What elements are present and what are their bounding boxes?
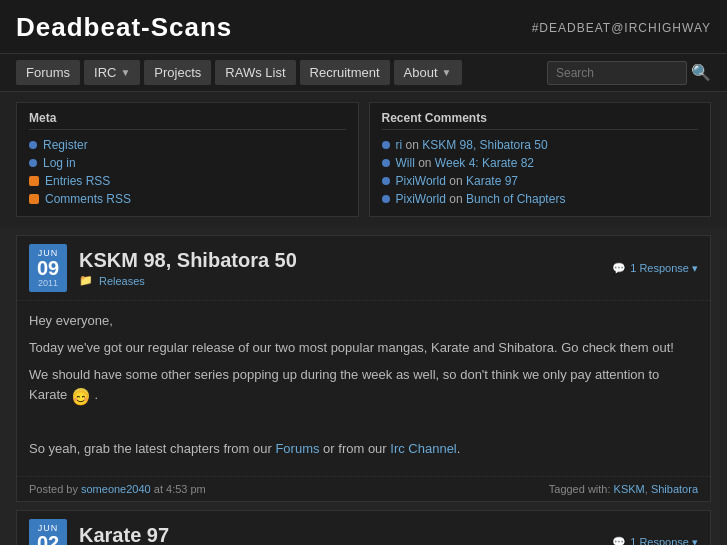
post-1-year: 2011	[35, 278, 61, 288]
nav-raws-list[interactable]: RAWs List	[215, 60, 295, 85]
search-icon[interactable]: 🔍	[691, 63, 711, 82]
register-link[interactable]: Register	[43, 138, 88, 152]
entries-rss-icon	[29, 176, 39, 186]
about-arrow: ▼	[442, 67, 452, 78]
meta-widget-title: Meta	[29, 111, 346, 130]
comments-rss-icon	[29, 194, 39, 204]
post-2-date: Jun 02 2011	[29, 519, 67, 545]
irc-info: #DEADBEAT@IRCHIGHWAY	[532, 21, 711, 35]
widget-login: Log in	[29, 154, 346, 172]
post-1: Jun 09 2011 KSKM 98, Shibatora 50 📁 Rele…	[16, 235, 711, 502]
recent-comment-1: ri on KSKM 98, Shibatora 50	[382, 136, 699, 154]
widget-register: Register	[29, 136, 346, 154]
comment4-link[interactable]: Bunch of Chapters	[466, 192, 565, 206]
post-1-tags: Tagged with: KSKM, Shibatora	[549, 483, 698, 495]
post-1-response-link[interactable]: 1 Response ▾	[630, 262, 698, 275]
post-1-author-info: Posted by someone2040 at 4:53 pm	[29, 483, 206, 495]
recent-comment-3: PixiWorld on Karate 97	[382, 172, 699, 190]
post-2-chat-icon: 💬	[612, 536, 626, 545]
recent-comments-title: Recent Comments	[382, 111, 699, 130]
comment3-link[interactable]: Karate 97	[466, 174, 518, 188]
nav-about[interactable]: About ▼	[394, 60, 462, 85]
comment1-link[interactable]: KSKM 98, Shibatora 50	[422, 138, 547, 152]
comment2-author[interactable]: Will	[396, 156, 415, 170]
post-2-header: Jun 02 2011 Karate 97 📁 Releases 💬 1 Res…	[17, 511, 710, 545]
comment2-link[interactable]: Week 4: Karate 82	[435, 156, 534, 170]
post-1-category[interactable]: Releases	[99, 275, 145, 287]
comments-rss-link[interactable]: Comments RSS	[45, 192, 131, 206]
comment1-icon	[382, 141, 390, 149]
post-1-irc-link[interactable]: Irc Channel	[390, 441, 456, 456]
post-1-line3: We should have some other series popping…	[29, 365, 698, 407]
post-1-time: 4:53 pm	[166, 483, 206, 495]
post-1-day: 09	[35, 258, 61, 278]
post-1-tag-shibatora[interactable]: Shibatora	[651, 483, 698, 495]
meta-widget: Meta Register Log in Entries RSS Comment…	[16, 102, 359, 217]
post-1-line5: So yeah, grab the latest chapters from o…	[29, 439, 698, 460]
register-icon	[29, 141, 37, 149]
search-bar: 🔍	[547, 61, 711, 85]
post-1-footer: Posted by someone2040 at 4:53 pm Tagged …	[17, 476, 710, 501]
recent-comment-4: PixiWorld on Bunch of Chapters	[382, 190, 699, 208]
comment4-icon	[382, 195, 390, 203]
comment3-icon	[382, 177, 390, 185]
post-1-author-link[interactable]: someone2040	[81, 483, 151, 495]
nav-irc[interactable]: IRC ▼	[84, 60, 140, 85]
post-1-title: KSKM 98, Shibatora 50	[79, 249, 600, 272]
widget-comments-rss: Comments RSS	[29, 190, 346, 208]
post-1-chat-icon: 💬	[612, 262, 626, 275]
post-1-line4	[29, 412, 698, 433]
recent-comment-2: Will on Week 4: Karate 82	[382, 154, 699, 172]
widgets-row: Meta Register Log in Entries RSS Comment…	[0, 92, 727, 227]
post-1-title-area: KSKM 98, Shibatora 50 📁 Releases	[79, 249, 600, 287]
post-1-folder-icon: 📁	[79, 274, 93, 287]
comment4-author[interactable]: PixiWorld	[396, 192, 446, 206]
search-input[interactable]	[547, 61, 687, 85]
post-1-emoji	[73, 388, 89, 404]
login-link[interactable]: Log in	[43, 156, 76, 170]
post-2-day: 02	[35, 533, 61, 545]
post-1-body: Hey everyone, Today we've got our regula…	[17, 301, 710, 476]
nav-menu: Forums IRC ▼ Projects RAWs List Recruitm…	[16, 60, 462, 85]
recent-comments-widget: Recent Comments ri on KSKM 98, Shibatora…	[369, 102, 712, 217]
post-1-forums-link[interactable]: Forums	[275, 441, 319, 456]
post-2-response: 💬 1 Response ▾	[612, 536, 698, 545]
posts-area: Jun 09 2011 KSKM 98, Shibatora 50 📁 Rele…	[0, 227, 727, 545]
navigation: Forums IRC ▼ Projects RAWs List Recruitm…	[0, 53, 727, 92]
login-icon	[29, 159, 37, 167]
irc-arrow: ▼	[120, 67, 130, 78]
post-2: Jun 02 2011 Karate 97 📁 Releases 💬 1 Res…	[16, 510, 711, 545]
post-2-title: Karate 97	[79, 524, 600, 545]
nav-recruitment[interactable]: Recruitment	[300, 60, 390, 85]
site-title: Deadbeat-Scans	[16, 12, 232, 43]
post-1-header: Jun 09 2011 KSKM 98, Shibatora 50 📁 Rele…	[17, 236, 710, 301]
widget-entries-rss: Entries RSS	[29, 172, 346, 190]
post-2-title-area: Karate 97 📁 Releases	[79, 524, 600, 545]
post-1-tag-kskm[interactable]: KSKM	[614, 483, 645, 495]
nav-projects[interactable]: Projects	[144, 60, 211, 85]
comment3-author[interactable]: PixiWorld	[396, 174, 446, 188]
post-1-date: Jun 09 2011	[29, 244, 67, 292]
comment1-author[interactable]: ri	[396, 138, 403, 152]
post-1-line2: Today we've got our regular release of o…	[29, 338, 698, 359]
nav-forums[interactable]: Forums	[16, 60, 80, 85]
entries-rss-link[interactable]: Entries RSS	[45, 174, 110, 188]
post-1-response: 💬 1 Response ▾	[612, 262, 698, 275]
site-header: Deadbeat-Scans #DEADBEAT@IRCHIGHWAY	[0, 0, 727, 53]
post-1-line1: Hey everyone,	[29, 311, 698, 332]
post-1-meta: 📁 Releases	[79, 274, 600, 287]
post-2-response-link[interactable]: 1 Response ▾	[630, 536, 698, 545]
comment2-icon	[382, 159, 390, 167]
